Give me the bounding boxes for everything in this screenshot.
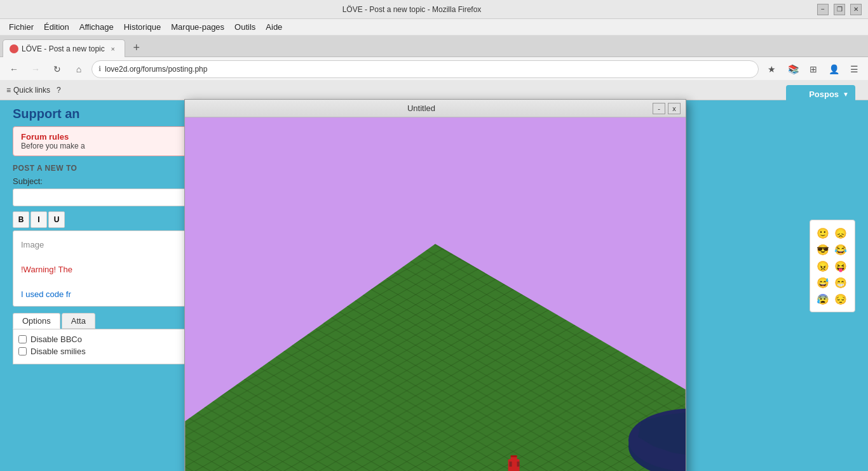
menu-fichier[interactable]: Fichier <box>4 20 39 34</box>
game-terrain-svg <box>185 117 686 471</box>
home-button[interactable]: ⌂ <box>70 60 88 78</box>
attachments-tab[interactable]: Atta <box>62 313 95 329</box>
reload-button[interactable]: ↻ <box>48 60 66 78</box>
menu-aide[interactable]: Aide <box>261 20 287 34</box>
emoji-2[interactable]: 😎 <box>815 242 831 257</box>
site-top-bar: ≡ Quick links ? <box>0 80 868 100</box>
menu-historique[interactable]: Historique <box>119 20 166 34</box>
svg-rect-12 <box>510 461 512 467</box>
menu-outils[interactable]: Outils <box>229 20 261 34</box>
game-window: Untitled - x <box>184 99 686 471</box>
emoji-5[interactable]: 😝 <box>833 258 848 274</box>
emoji-7[interactable]: 😁 <box>833 275 848 290</box>
emoji-panel: 🙂 😞 😎 😂 😠 😝 😅 😁 😰 😔 <box>810 220 855 312</box>
disable-bbcode-checkbox[interactable] <box>18 335 27 343</box>
sidebar-icon[interactable]: ⊞ <box>804 60 822 78</box>
minimize-button[interactable]: − <box>817 4 829 15</box>
game-minimize-button[interactable]: - <box>653 103 665 114</box>
tab-close-button[interactable]: × <box>108 44 118 54</box>
emoji-3[interactable]: 😂 <box>833 242 848 257</box>
title-bar: LÖVE - Post a new topic - Mozilla Firefo… <box>0 0 868 19</box>
new-tab-button[interactable]: + <box>128 39 146 56</box>
restore-button[interactable]: ❐ <box>834 4 845 15</box>
emoji-9[interactable]: 😔 <box>833 291 848 307</box>
user-name: Pospos <box>809 90 839 99</box>
disable-smilies-checkbox[interactable] <box>18 347 27 355</box>
svg-rect-14 <box>511 455 517 457</box>
emoji-1[interactable]: 😞 <box>833 225 848 241</box>
emoji-4[interactable]: 😠 <box>815 258 831 274</box>
tab-title: LÖVE - Post a new topic <box>22 44 105 53</box>
menu-affichage[interactable]: Affichage <box>74 20 119 34</box>
options-tab[interactable]: Options <box>13 313 60 329</box>
star-icon[interactable]: ★ <box>763 60 780 78</box>
tab-favicon <box>10 44 18 53</box>
menu-marque-pages[interactable]: Marque-pages <box>166 20 229 34</box>
underline-button[interactable]: U <box>48 211 65 228</box>
game-title-text: Untitled <box>190 103 653 113</box>
game-close-button[interactable]: x <box>668 103 681 114</box>
emoji-8[interactable]: 😰 <box>815 291 831 307</box>
game-title-bar: Untitled - x <box>185 100 686 117</box>
address-text: love2d.org/forums/posting.php <box>105 65 752 74</box>
user-panel: Pospos ▼ <box>786 85 855 103</box>
nav-bar: ← → ↻ ⌂ ℹ love2d.org/forums/posting.php … <box>0 57 868 81</box>
menu-edition[interactable]: Édition <box>39 20 74 34</box>
library-icon[interactable]: 📚 <box>784 60 802 78</box>
menu-hamburger-icon[interactable]: ☰ <box>845 60 863 78</box>
svg-rect-13 <box>517 461 520 467</box>
user-avatar <box>792 88 805 100</box>
profile-icon[interactable]: 👤 <box>825 60 843 78</box>
user-dropdown-icon[interactable]: ▼ <box>843 91 849 98</box>
forward-button[interactable]: → <box>27 60 44 78</box>
list-icon: ≡ <box>6 86 11 95</box>
browser-title: LÖVE - Post a new topic - Mozilla Firefo… <box>6 5 817 14</box>
game-canvas[interactable] <box>185 117 686 471</box>
menu-bar: Fichier Édition Affichage Historique Mar… <box>0 19 868 36</box>
quick-links[interactable]: ≡ Quick links <box>6 86 50 95</box>
emoji-0[interactable]: 🙂 <box>815 225 831 241</box>
active-tab[interactable]: LÖVE - Post a new topic × <box>3 39 125 57</box>
italic-button[interactable]: I <box>31 211 47 228</box>
bold-button[interactable]: B <box>13 211 29 228</box>
tab-bar: LÖVE - Post a new topic × + <box>0 36 868 57</box>
faq-icon[interactable]: ? <box>57 86 61 95</box>
back-button[interactable]: ← <box>5 60 23 78</box>
website-background: ≡ Quick links ? Support an Forum rules B… <box>0 80 868 471</box>
address-bar[interactable]: ℹ love2d.org/forums/posting.php <box>92 60 759 78</box>
lock-icon: ℹ <box>98 65 101 73</box>
browser-close-button[interactable]: ✕ <box>850 4 862 15</box>
emoji-6[interactable]: 😅 <box>815 275 831 290</box>
page-content: ≡ Quick links ? Support an Forum rules B… <box>0 80 868 471</box>
